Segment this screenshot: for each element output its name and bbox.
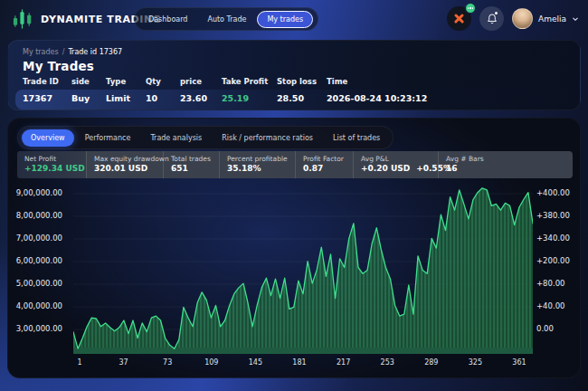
- x-axis-label: 253: [367, 358, 407, 367]
- trade-table-header: Trade ID side Type Qty price Take Profit…: [8, 77, 582, 86]
- notifications-button[interactable]: [479, 6, 504, 31]
- app-screen: DYNAMITE TRADING Dashboard Auto Trade My…: [0, 0, 588, 391]
- cell-side: Buy: [71, 93, 106, 103]
- cell-take-profit: 25.19: [222, 93, 277, 103]
- breadcrumb: My trades / Trade id 17367: [23, 48, 122, 56]
- y-axis-label-right: +200.00: [536, 256, 580, 265]
- overview-panel: Overview Performance Trade analysis Risk…: [7, 118, 581, 378]
- x-axis-label: 1: [60, 358, 100, 367]
- y-axis-label-left: 3,00,000.00: [8, 324, 62, 333]
- column-header-stop-loss: Stop loss: [277, 77, 327, 86]
- y-axis-label-left: 8,00,000.00: [8, 211, 62, 220]
- x-axis-label: 73: [147, 358, 187, 367]
- y-axis-label-left: 6,00,000.00: [8, 256, 62, 265]
- user-menu[interactable]: Amelia: [512, 8, 579, 29]
- nav-item-auto-trade[interactable]: Auto Trade: [198, 11, 255, 28]
- tab-list-of-trades[interactable]: List of trades: [324, 129, 389, 147]
- breadcrumb-parent[interactable]: My trades: [23, 48, 59, 56]
- column-header-qty: Qty: [146, 77, 180, 86]
- stat-max-equity-drawdown: Max equity drawdown 320.01 USD: [86, 151, 163, 178]
- stat-percent-profitable: Percent profitable 35.18%: [219, 151, 295, 178]
- tab-trade-analysis[interactable]: Trade analysis: [141, 129, 211, 147]
- y-axis-label-right: +400.00: [536, 188, 580, 197]
- breadcrumb-separator: /: [62, 48, 65, 56]
- cell-stop-loss: 28.50: [277, 93, 327, 103]
- x-axis-label: 109: [192, 358, 232, 367]
- chevron-down-icon: [572, 15, 579, 23]
- equity-curve-svg[interactable]: [73, 182, 533, 354]
- user-name: Amelia: [538, 14, 566, 24]
- tab-overview[interactable]: Overview: [22, 129, 74, 147]
- community-button[interactable]: [447, 6, 471, 31]
- y-axis-label-right: +40.00: [536, 301, 580, 310]
- column-header-take-profit: Take Profit: [222, 77, 277, 86]
- cell-qty: 10: [146, 93, 180, 103]
- page-title: My Trades: [23, 59, 94, 73]
- cell-trade-id: 17367: [23, 93, 71, 103]
- y-axis-label-right: +380.00: [536, 211, 580, 220]
- tab-risk-performance-ratios[interactable]: Risk / performance ratios: [213, 129, 322, 147]
- column-header-trade-id: Trade ID: [23, 77, 71, 86]
- x-axis-label: 181: [280, 358, 319, 367]
- trade-row: 17367 Buy Limit 10 23.60 25.19 28.50 202…: [8, 93, 582, 103]
- candlestick-logo-icon: [11, 7, 33, 31]
- nav-item-my-trades[interactable]: My trades: [257, 11, 313, 28]
- y-axis-label-right: +340.00: [536, 234, 580, 243]
- stat-total-trades: Total trades 651: [163, 151, 219, 178]
- x-axis-label: 37: [104, 358, 144, 367]
- x-axis-label: 361: [499, 358, 539, 367]
- top-nav-bar: DYNAMITE TRADING Dashboard Auto Trade My…: [0, 0, 588, 38]
- top-right-cluster: Amelia: [447, 6, 579, 31]
- x-axis-label: 145: [235, 358, 275, 367]
- trade-header-card: My trades / Trade id 17367 My Trades Tra…: [7, 40, 581, 110]
- x-axis-label: 289: [412, 358, 451, 367]
- stats-bar: Net Profit +129.34 USD Max equity drawdo…: [17, 151, 573, 178]
- column-header-price: price: [180, 77, 222, 86]
- tab-performance[interactable]: Performance: [76, 129, 140, 147]
- stat-net-profit: Net Profit +129.34 USD: [17, 151, 86, 178]
- stat-avg-bars: Avg # Bars 16: [438, 151, 573, 178]
- y-axis-label-right: +80.00: [536, 279, 580, 288]
- x-axis-label: 217: [324, 358, 364, 367]
- x-axis-label: 325: [455, 358, 495, 367]
- y-axis-label-left: 4,00,000.00: [8, 301, 62, 310]
- cell-time: 2026-08-24 10:23:12: [327, 93, 582, 103]
- y-axis-label-left: 7,00,000.00: [8, 234, 62, 243]
- stat-profit-factor: Profit Factor 0.87: [295, 151, 353, 178]
- column-header-type: Type: [106, 77, 146, 86]
- bell-alert-dot: [495, 12, 498, 14]
- column-header-time: Time: [327, 77, 582, 86]
- column-header-side: side: [71, 77, 106, 86]
- breadcrumb-current: Trade id 17367: [68, 48, 122, 56]
- notification-badge: [465, 3, 476, 14]
- tabs-bar: Overview Performance Trade analysis Risk…: [17, 126, 394, 149]
- cell-type: Limit: [106, 93, 146, 103]
- avatar: [512, 8, 533, 29]
- y-axis-label-left: 9,00,000.00: [8, 188, 62, 197]
- cell-price: 23.60: [180, 93, 222, 103]
- y-axis-label-left: 5,00,000.00: [8, 279, 62, 288]
- stat-avg-pnl: Avg P&L +0.20 USD+0.55%: [353, 151, 438, 178]
- y-axis-label-right: 0.00: [536, 324, 580, 333]
- nav-item-dashboard[interactable]: Dashboard: [139, 11, 196, 28]
- main-nav: Dashboard Auto Trade My trades: [134, 7, 318, 31]
